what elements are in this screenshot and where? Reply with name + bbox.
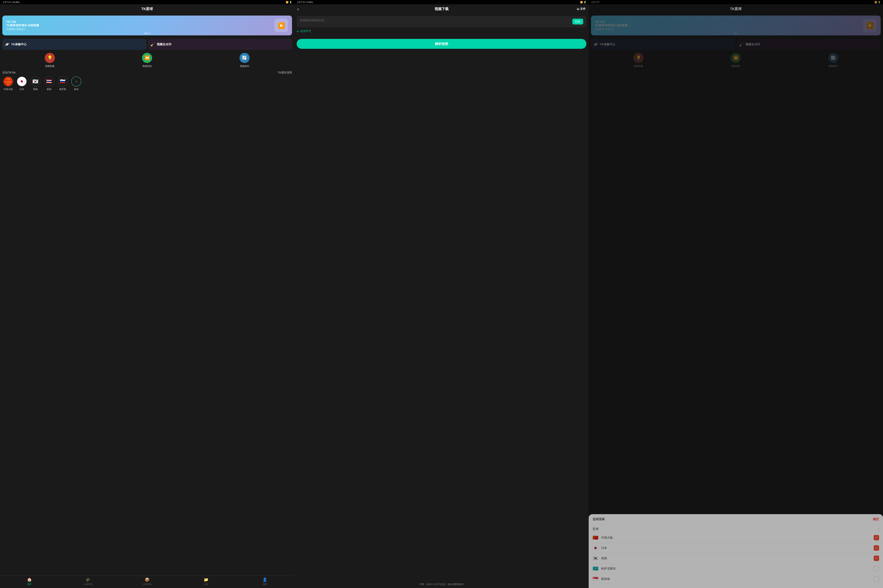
checkbox-china[interactable]: ✓: [874, 535, 879, 540]
country-japan[interactable]: 🇯🇵 日本: [16, 76, 28, 91]
banner-right[interactable]: Tik Tok TK星球-软件演示-全程直播 无需换机 直接运行 ▶️: [591, 15, 881, 35]
middle-panel: 上午7:27 | 4.6K/s 📶 🔋 ‹ 视频下载 🗂 文件 将视频链接黏贴到…: [294, 0, 589, 588]
feature-watermark[interactable]: 🧹 视频去水印: [148, 39, 292, 50]
nav-file[interactable]: 📁 文件: [177, 577, 236, 586]
feature-watermark-right[interactable]: 🧹 视频去水印: [737, 39, 881, 50]
country-add-label: 添加: [74, 88, 78, 91]
watermark-icon-right: 🧹: [739, 42, 744, 46]
checkbox-singapore[interactable]: [874, 576, 879, 582]
selector-country-china[interactable]: 🇨🇳 中国大陆 ✓: [589, 532, 883, 543]
flag-korea-selector: 🇰🇷: [593, 555, 599, 561]
feature-watermark-label: 视频去水印: [157, 43, 171, 46]
tool-reverse-circle-right: ⏪: [731, 53, 741, 63]
nav-treasure-label: 出海宝典: [143, 583, 151, 586]
tool-reverse-right[interactable]: ⏪ 视频倒放: [731, 53, 741, 68]
url-input-area: 将视频链接黏贴到这 粘贴: [297, 16, 586, 27]
region-header-asia[interactable]: 亚洲 ›: [589, 525, 883, 532]
selector-country-kazakhstan[interactable]: 🇰🇿 哈萨克斯坦: [589, 564, 883, 574]
banner-brand-right: Tik Tok: [595, 20, 627, 23]
feature-tk-center[interactable]: 🪐 TK体验中心: [2, 39, 146, 50]
bottom-nav-left: 🏠 首页 🎓 出海学堂 📦 出海宝典 📁 文件 👤 我的: [0, 576, 294, 588]
tk-center-icon-right: 🪐: [593, 42, 598, 46]
flag-china: 中国CHINA体验: [3, 76, 13, 87]
dot-r-2: [736, 33, 737, 34]
status-time-middle: 上午7:27 | 4.6K/s: [297, 1, 313, 4]
study-icon: 🎓: [86, 577, 91, 582]
status-bar-right: 上午7:27 📶 🔋: [589, 0, 883, 4]
nav-home-label: 首页: [27, 583, 32, 586]
tool-grid-left: 💡 视频镜像 ⏪ 视频倒放 🔄 视频旋转: [2, 53, 292, 68]
tool-reverse[interactable]: ⏪ 视频倒放: [142, 53, 152, 68]
tool-mirror-circle: 💡: [45, 53, 55, 63]
flag-japan: 🇯🇵: [17, 76, 27, 87]
clear-label: TK缓存清理: [278, 71, 292, 75]
flag-singapore-selector: 🇸🇬: [593, 576, 599, 582]
feature-tk-center-label: TK体验中心: [11, 43, 27, 46]
try-luck-button[interactable]: ⇄ 试试手气: [297, 30, 586, 33]
country-kazakhstan-selector-name: 哈萨克斯坦: [601, 567, 874, 570]
profile-icon: 👤: [262, 577, 267, 582]
country-korea[interactable]: 🇰🇷 韩国: [30, 76, 41, 91]
nav-treasure[interactable]: 📦 出海宝典: [118, 577, 177, 586]
flag-kazakhstan-selector: 🇰🇿: [593, 566, 599, 571]
banner-title-left: TK星球-软件演示-全程直播: [6, 24, 39, 27]
country-china-name: 中国大陆: [3, 88, 13, 91]
dot-3: [149, 33, 150, 34]
shuffle-icon: ⇄: [297, 30, 299, 33]
parse-button[interactable]: 解析链接: [297, 39, 586, 49]
selector-confirm-btn[interactable]: 确定: [873, 517, 879, 521]
tool-grid-right: 💡 视频镜像 ⏪ 视频倒放 🔄 视频旋转: [591, 53, 881, 68]
selector-country-singapore[interactable]: 🇸🇬 新加坡: [589, 574, 883, 584]
tool-rotate-label: 视频旋转: [240, 64, 249, 68]
country-russia[interactable]: 🇷🇺 俄罗斯: [57, 76, 68, 91]
header-middle: ‹ 视频下载 🗂 文件: [294, 4, 589, 14]
nav-home[interactable]: 🏠 首页: [0, 577, 59, 586]
checkbox-korea[interactable]: ✓: [874, 555, 879, 561]
tool-mirror[interactable]: 💡 视频镜像: [45, 53, 55, 68]
selector-country-japan[interactable]: 🇯🇵 日本 ✓: [589, 543, 883, 553]
status-time-left: 上午7:27 | 10.0K/s: [2, 1, 20, 4]
tool-rotate-right[interactable]: 🔄 视频旋转: [828, 53, 838, 68]
banner-title-right: TK星球-软件演示-全程直播: [595, 24, 627, 27]
region-label: 亚洲: [593, 527, 599, 531]
tool-mirror-label-right: 视频镜像: [634, 64, 643, 68]
home-icon: 🏠: [27, 577, 32, 582]
header-left: TK星球: [0, 4, 294, 14]
tool-mirror-circle-right: 💡: [633, 53, 644, 63]
feature-watermark-label-right: 视频去水印: [745, 43, 760, 46]
banner-text-left: Tik Tok TK星球-软件演示-全程直播 无需换机 直接运行: [6, 20, 39, 31]
status-bar-middle: 上午7:27 | 4.6K/s 📶 🔋: [294, 0, 589, 4]
launch-label: 启动TikTok: [2, 71, 15, 75]
banner-left[interactable]: Tik Tok TK星球-软件演示-全程直播 无需换机 直接运行 ▶️: [2, 15, 292, 35]
feature-row-right: 🪐 TK体验中心 🧹 视频去水印: [591, 39, 881, 50]
try-luck-label: 试试手气: [300, 30, 311, 33]
country-singapore-selector-name: 新加坡: [601, 577, 874, 581]
tool-rotate[interactable]: 🔄 视频旋转: [239, 53, 250, 68]
banner-text-right: Tik Tok TK星球-软件演示-全程直播 无需换机 直接运行: [595, 20, 627, 31]
tool-reverse-circle: ⏪: [142, 53, 152, 63]
banner-dots-left: [145, 33, 150, 34]
back-button[interactable]: ‹: [298, 7, 299, 11]
country-selector-sheet: 选择国家 确定 亚洲 › 🇨🇳 中国大陆 ✓ 🇯🇵 日本 ✓ 🇰🇷 韩国 ✓: [589, 514, 883, 588]
country-china[interactable]: 中国CHINA体验 中国大陆: [2, 76, 14, 91]
tk-center-icon: 🪐: [5, 42, 9, 46]
country-add[interactable]: ＋ 添加: [71, 76, 82, 91]
nav-profile[interactable]: 👤 我的: [235, 577, 294, 586]
country-russia-name: 俄罗斯: [59, 88, 66, 91]
country-thailand[interactable]: 🇹🇭 泰国: [43, 76, 55, 91]
paste-button[interactable]: 粘贴: [572, 19, 583, 24]
nav-study-label: 出海学堂: [84, 583, 93, 586]
right-panel: 上午7:27 📶 🔋 TK星球 Tik Tok TK星球-软件演示-全程直播 无…: [589, 0, 883, 588]
checkbox-kazakhstan[interactable]: [874, 566, 879, 571]
section-header-launch: 启动TikTok TK缓存清理: [2, 71, 292, 75]
country-grid: 中国CHINA体验 中国大陆 🇯🇵 日本 🇰🇷 韩国: [2, 76, 292, 91]
file-button[interactable]: 🗂 文件: [577, 7, 585, 11]
nav-study[interactable]: 🎓 出海学堂: [59, 577, 118, 586]
feature-tk-center-right[interactable]: 🪐 TK体验中心: [591, 39, 735, 50]
tool-rotate-label-right: 视频旋转: [829, 64, 838, 68]
tool-mirror-right[interactable]: 💡 视频镜像: [633, 53, 644, 68]
selector-country-korea[interactable]: 🇰🇷 韩国 ✓: [589, 553, 883, 564]
banner-play-icon-right: ▶️: [863, 19, 877, 32]
checkbox-japan[interactable]: ✓: [874, 545, 879, 550]
url-input-placeholder[interactable]: 将视频链接黏贴到这: [300, 19, 572, 22]
